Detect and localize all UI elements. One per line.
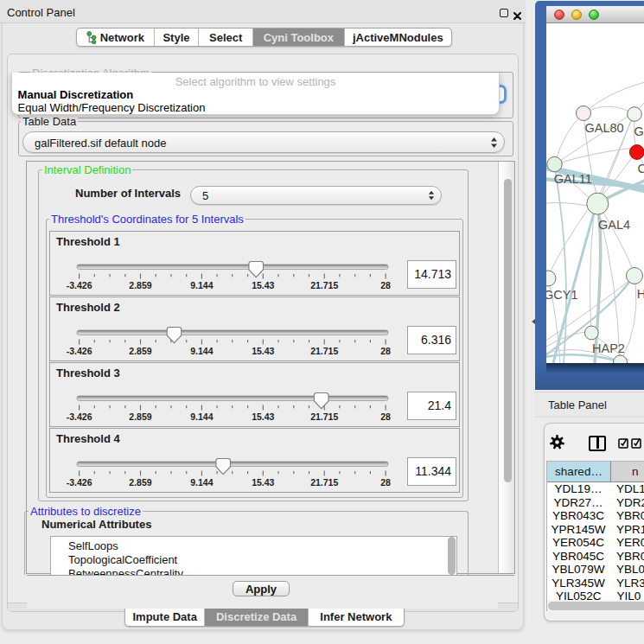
svg-text:21.715: 21.715 <box>310 411 338 422</box>
svg-text:-3.426: -3.426 <box>67 346 92 356</box>
svg-text:HAP2: HAP2 <box>592 341 625 355</box>
svg-text:2.859: 2.859 <box>129 477 151 488</box>
svg-text:28: 28 <box>380 477 391 488</box>
svg-text:15.43: 15.43 <box>252 346 274 356</box>
svg-text:GA: GA <box>634 124 644 138</box>
svg-text:2.859: 2.859 <box>129 280 151 290</box>
svg-text:C: C <box>638 162 644 175</box>
svg-text:GAL4: GAL4 <box>598 218 630 232</box>
svg-text:9.144: 9.144 <box>190 477 213 488</box>
svg-text:21.715: 21.715 <box>310 280 338 290</box>
svg-text:15.43: 15.43 <box>252 477 274 488</box>
svg-text:H: H <box>637 287 644 301</box>
svg-text:GCY1: GCY1 <box>546 288 578 302</box>
svg-text:15.43: 15.43 <box>252 411 274 422</box>
svg-text:GAL80: GAL80 <box>585 121 624 135</box>
svg-text:9.144: 9.144 <box>190 346 213 356</box>
svg-text:GAL11: GAL11 <box>554 172 592 186</box>
svg-text:28: 28 <box>380 280 391 290</box>
svg-text:21.715: 21.715 <box>310 346 338 356</box>
svg-text:-3.426: -3.426 <box>67 477 92 488</box>
svg-text:9.144: 9.144 <box>190 280 213 290</box>
svg-text:-3.426: -3.426 <box>67 280 92 290</box>
svg-text:2.859: 2.859 <box>129 346 151 356</box>
svg-text:21.715: 21.715 <box>310 477 338 488</box>
svg-text:15.43: 15.43 <box>252 280 274 290</box>
svg-text:9.144: 9.144 <box>190 411 213 422</box>
svg-text:28: 28 <box>380 346 391 356</box>
svg-text:2.859: 2.859 <box>129 411 151 422</box>
svg-text:28: 28 <box>380 411 391 422</box>
svg-text:-3.426: -3.426 <box>67 411 92 422</box>
